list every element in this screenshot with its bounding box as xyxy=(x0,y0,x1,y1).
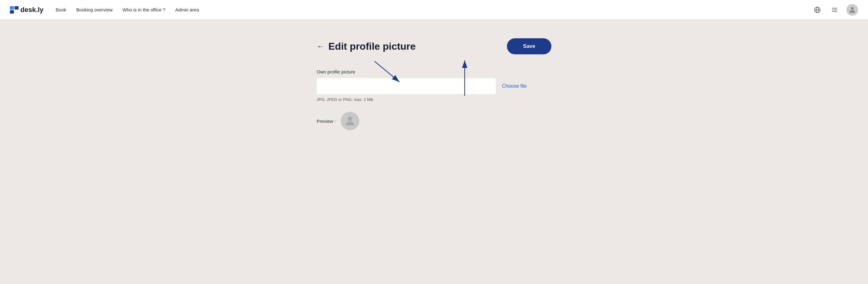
svg-point-6 xyxy=(851,7,854,9)
globe-button[interactable] xyxy=(812,4,823,15)
navbar-nav: Book Booking overview Who is in the offi… xyxy=(56,7,812,12)
menu-icon xyxy=(831,6,838,13)
user-avatar-icon xyxy=(848,5,857,14)
logo-sq-4 xyxy=(14,10,19,13)
menu-button[interactable] xyxy=(829,4,840,15)
nav-admin-area[interactable]: Admin area xyxy=(175,7,199,12)
logo-sq-3 xyxy=(10,10,14,13)
nav-who-is-in-office[interactable]: Who is in the office ? xyxy=(122,7,165,12)
logo-text: desk.ly xyxy=(21,6,43,14)
logo[interactable]: desk.ly xyxy=(10,6,43,14)
file-hint: JPG, JPEG or PNG, max. 2 MB xyxy=(317,97,551,102)
file-input-label: Own profile picture xyxy=(317,69,551,74)
svg-point-11 xyxy=(348,117,352,121)
logo-sq-1 xyxy=(10,6,14,9)
logo-squares-icon xyxy=(10,6,19,13)
navbar: desk.ly Book Booking overview Who is in … xyxy=(0,0,868,20)
nav-book[interactable]: Book xyxy=(56,7,66,12)
preview-label: Preview : xyxy=(317,119,336,124)
preview-row: Preview : xyxy=(317,112,551,130)
user-avatar-button[interactable] xyxy=(846,4,858,16)
page-title: Edit profile picture xyxy=(328,41,416,52)
page-header: ← Edit profile picture Save xyxy=(317,38,551,54)
content-card: ← Edit profile picture Save Own profile … xyxy=(317,38,551,130)
preview-avatar xyxy=(341,112,359,130)
globe-icon xyxy=(814,6,821,13)
file-input-row: Choose file xyxy=(317,78,551,94)
choose-file-link[interactable]: Choose file xyxy=(502,83,527,89)
logo-combined: desk.ly xyxy=(10,6,43,14)
file-input-box[interactable] xyxy=(317,78,496,94)
navbar-actions xyxy=(812,4,858,16)
nav-booking-overview[interactable]: Booking overview xyxy=(76,7,113,12)
page-title-group: ← Edit profile picture xyxy=(317,41,416,52)
save-button[interactable]: Save xyxy=(507,38,551,54)
form-section: Own profile picture Choose file JPG, JPE… xyxy=(317,69,551,102)
main-content: ← Edit profile picture Save Own profile … xyxy=(0,20,868,149)
back-arrow-icon[interactable]: ← xyxy=(317,42,324,51)
logo-sq-2 xyxy=(14,6,19,9)
preview-avatar-icon xyxy=(343,115,356,127)
